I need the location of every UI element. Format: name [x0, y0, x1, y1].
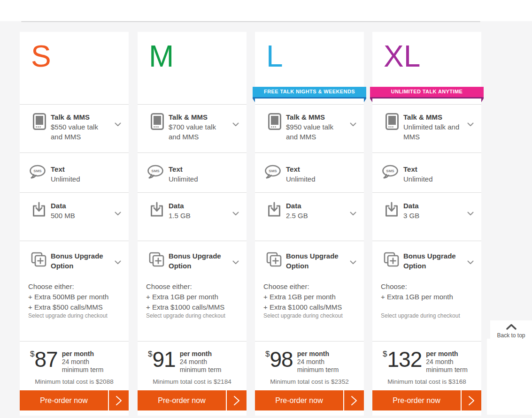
talk-title: Talk & MMS	[51, 112, 110, 122]
bottom-right-panel	[487, 339, 532, 415]
chevron-down-icon[interactable]	[350, 120, 356, 129]
chevron-down-icon[interactable]	[115, 120, 121, 129]
bonus-title: Bonus Upgrade Option	[286, 251, 342, 271]
per-month-label: per month	[62, 350, 104, 358]
talk-detail: $950 value talk and MMS	[286, 122, 345, 142]
feature-row-talk[interactable]: Talk & MMS Unlimited talk and MMS	[372, 104, 481, 152]
feature-row-talk[interactable]: Talk & MMS $700 value talk and MMS	[138, 104, 247, 152]
chevron-down-icon[interactable]	[467, 258, 474, 266]
term-line: 24 month	[426, 358, 468, 366]
feature-row-talk[interactable]: Talk & MMS $550 value talk and MMS	[20, 104, 129, 152]
chevron-right-icon[interactable]	[108, 390, 129, 410]
chevron-down-icon[interactable]	[467, 120, 474, 129]
download-icon	[31, 202, 46, 220]
preorder-button-label: Pre-order now	[138, 390, 226, 410]
plan-card-l: L FREE TALK NIGHTS & WEEKENDS Talk & MMS…	[255, 32, 364, 416]
currency-symbol: $	[30, 350, 34, 374]
chevron-down-icon[interactable]	[115, 258, 121, 266]
bonus-upgrade-section[interactable]: Bonus Upgrade Option Choose either: + Ex…	[255, 241, 364, 341]
text-detail: Unlimited	[286, 174, 345, 184]
feature-row-data[interactable]: Data 1.5 GB	[138, 192, 247, 241]
plan-letter: L	[266, 41, 283, 71]
sms-icon: SMS	[29, 165, 46, 181]
price-section: $ 132 per month 24 month minimum term Mi…	[372, 341, 481, 416]
term-line: 24 month	[180, 358, 222, 366]
chevron-down-icon[interactable]	[115, 209, 121, 218]
bonus-option: + Extra 1GB per month	[381, 292, 477, 302]
bonus-option: + Extra 1GB per month	[146, 292, 242, 302]
chevron-down-icon[interactable]	[232, 209, 239, 218]
phone-icon	[151, 113, 164, 132]
feature-row-text: SMS Text Unlimited	[255, 152, 364, 192]
feature-row-data[interactable]: Data 2.5 GB	[255, 192, 364, 241]
bonus-note: Select upgrade during checkout	[28, 312, 108, 319]
chevron-right-icon[interactable]	[343, 390, 364, 410]
bonus-upgrade-section[interactable]: Bonus Upgrade Option Choose either: + Ex…	[138, 241, 247, 341]
bonus-upgrade-section[interactable]: Bonus Upgrade Option Choose: + Extra 1GB…	[372, 241, 481, 341]
price-amount: 91	[152, 349, 175, 374]
copy-plus-icon	[266, 252, 282, 269]
chevron-right-icon[interactable]	[226, 390, 247, 410]
data-detail: 3 GB	[403, 211, 463, 220]
min-total-cost: Minimum total cost is $2184	[138, 378, 247, 385]
feature-row-data[interactable]: Data 3 GB	[372, 192, 481, 241]
price-section: $ 91 per month 24 month minimum term Min…	[138, 341, 247, 416]
data-detail: 1.5 GB	[169, 211, 228, 220]
price-amount: 132	[387, 349, 422, 374]
text-detail: Unlimited	[169, 174, 228, 184]
text-title: Text	[403, 164, 463, 174]
bonus-upgrade-section[interactable]: Bonus Upgrade Option Choose either: + Ex…	[20, 241, 129, 341]
currency-symbol: $	[265, 350, 270, 374]
sms-icon: SMS	[382, 165, 399, 181]
min-total-cost: Minimum total cost is $2088	[20, 378, 129, 385]
svg-text:SMS: SMS	[33, 169, 42, 173]
bonus-option: + Extra 500MB per month	[28, 292, 124, 302]
data-title: Data	[403, 201, 463, 211]
currency-symbol: $	[148, 350, 152, 374]
chevron-down-icon[interactable]	[350, 258, 356, 266]
plan-card-xl: XL UNLIMITED TALK ANYTIME Talk & MMS Unl…	[372, 32, 481, 416]
chevron-down-icon[interactable]	[350, 209, 356, 218]
ribbon-banner: UNLIMITED TALK ANYTIME	[370, 87, 484, 99]
plan-letter: XL	[384, 41, 420, 71]
phone-icon	[386, 113, 399, 132]
svg-text:SMS: SMS	[269, 169, 277, 173]
per-month-label: per month	[426, 350, 468, 358]
preorder-button-label: Pre-order now	[255, 390, 343, 410]
feature-row-data[interactable]: Data 500 MB	[20, 192, 129, 241]
chevron-down-icon[interactable]	[232, 120, 239, 129]
data-detail: 2.5 GB	[286, 211, 345, 220]
price-amount: 98	[270, 349, 293, 374]
bonus-note: Select upgrade during checkout	[381, 312, 460, 319]
copy-plus-icon	[31, 252, 47, 269]
bonus-option: + Extra $1000 calls/MMS	[263, 302, 360, 312]
feature-row-talk[interactable]: Talk & MMS $950 value talk and MMS	[255, 104, 364, 152]
preorder-button[interactable]: Pre-order now	[138, 390, 247, 410]
preorder-button-label: Pre-order now	[372, 390, 461, 410]
chevron-down-icon[interactable]	[467, 209, 474, 218]
talk-detail: $700 value talk and MMS	[169, 122, 228, 142]
preorder-button-label: Pre-order now	[20, 390, 108, 410]
copy-plus-icon	[149, 252, 165, 269]
min-total-cost: Minimum total cost is $3168	[372, 378, 481, 385]
back-to-top-label: Back to top	[490, 332, 532, 339]
talk-title: Talk & MMS	[169, 112, 228, 122]
talk-title: Talk & MMS	[286, 112, 345, 122]
chevron-down-icon[interactable]	[232, 258, 239, 266]
feature-row-text: SMS Text Unlimited	[138, 152, 247, 192]
data-title: Data	[169, 201, 228, 211]
feature-row-text: SMS Text Unlimited	[372, 152, 481, 192]
term-line: minimum term	[62, 366, 104, 374]
preorder-button[interactable]: Pre-order now	[372, 390, 481, 410]
chevron-right-icon[interactable]	[461, 390, 481, 410]
chevron-up-icon	[506, 324, 517, 330]
preorder-button[interactable]: Pre-order now	[20, 390, 129, 410]
bonus-title: Bonus Upgrade Option	[51, 251, 107, 271]
download-icon	[384, 202, 399, 220]
preorder-button[interactable]: Pre-order now	[255, 390, 364, 410]
bonus-choose-label: Choose either:	[28, 281, 124, 292]
plan-letter: S	[31, 41, 51, 71]
term-line: 24 month	[62, 358, 104, 366]
download-icon	[149, 202, 164, 220]
sms-icon: SMS	[147, 165, 164, 181]
